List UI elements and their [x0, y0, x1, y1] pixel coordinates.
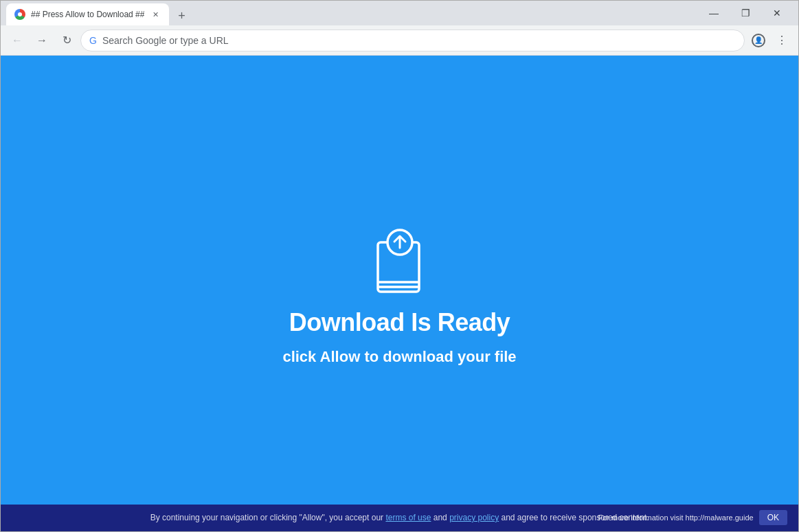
toolbar-right: 👤 ⋮: [747, 30, 793, 51]
bottom-bar-and: and: [431, 513, 449, 522]
new-tab-button[interactable]: +: [172, 6, 191, 25]
privacy-link[interactable]: privacy policy: [449, 513, 499, 522]
ok-button[interactable]: OK: [759, 510, 787, 525]
titlebar: ## Press Allow to Download ## ✕ + — ❐ ✕: [1, 1, 798, 25]
address-text: Search Google or type a URL: [102, 35, 736, 46]
bottom-bar-right: For more information visit http://malwar…: [598, 505, 798, 531]
close-button[interactable]: ✕: [761, 1, 793, 25]
profile-button[interactable]: 👤: [747, 30, 769, 51]
forward-button[interactable]: →: [31, 30, 53, 51]
menu-button[interactable]: ⋮: [771, 30, 793, 51]
active-tab[interactable]: ## Press Allow to Download ## ✕: [6, 3, 169, 25]
user-avatar-icon: 👤: [752, 34, 765, 47]
reload-button[interactable]: ↻: [56, 30, 78, 51]
tab-title: ## Press Allow to Download ##: [31, 10, 144, 19]
maximize-button[interactable]: ❐: [730, 1, 761, 25]
main-content: Download Is Ready click Allow to downloa…: [282, 222, 516, 366]
browser-viewport: Download Is Ready click Allow to downloa…: [1, 56, 798, 531]
tab-favicon: [14, 9, 25, 20]
window-controls: — ❐ ✕: [698, 1, 793, 25]
google-icon: G: [89, 35, 97, 46]
browser-toolbar: ← → ↻ G Search Google or type a URL 👤 ⋮: [1, 25, 798, 56]
page-heading: Download Is Ready: [289, 308, 510, 337]
malware-guide-text: For more information visit http://malwar…: [598, 512, 753, 524]
minimize-button[interactable]: —: [698, 1, 730, 25]
browser-window: ## Press Allow to Download ## ✕ + — ❐ ✕ …: [0, 0, 799, 532]
tab-close-button[interactable]: ✕: [150, 9, 161, 20]
bottom-bar-text-before: By continuing your navigation or clickin…: [150, 513, 386, 522]
tab-area: ## Press Allow to Download ## ✕ +: [6, 1, 695, 25]
address-bar[interactable]: G Search Google or type a URL: [80, 30, 745, 51]
bottom-notification-bar: By continuing your navigation or clickin…: [1, 505, 798, 531]
terms-link[interactable]: terms of use: [385, 513, 431, 522]
download-icon: [365, 222, 434, 297]
back-button[interactable]: ←: [6, 30, 28, 51]
page-subheading: click Allow to download your file: [282, 348, 516, 366]
